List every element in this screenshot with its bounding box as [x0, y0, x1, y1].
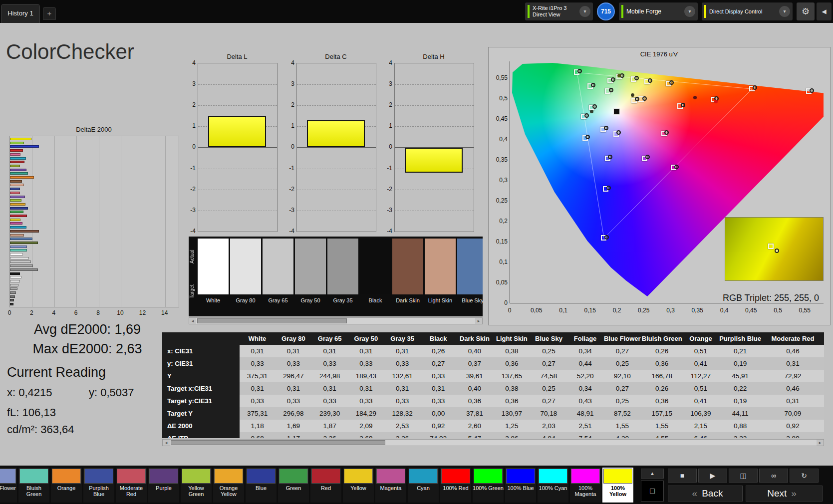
- reading-cdm2: cd/m²: 363,64: [7, 423, 74, 436]
- chevron-down-icon[interactable]: ▾: [684, 6, 695, 17]
- gridline: [198, 147, 277, 148]
- patch-swatch: [182, 469, 211, 484]
- table-cell: 130,97: [493, 407, 531, 420]
- patch-button-yellow-green[interactable]: Yellow Green: [181, 468, 212, 503]
- swatch-tile: Gray 50: [295, 239, 326, 314]
- patch-button-100-yellow[interactable]: 100% Yellow: [602, 468, 633, 503]
- patch-button-blue-flower[interactable]: Blue Flower: [0, 468, 17, 503]
- loop-button[interactable]: ↻: [790, 469, 819, 483]
- patch-data-table: WhiteGray 80Gray 65Gray 50Gray 35BlackDa…: [162, 332, 824, 438]
- patch-button-magenta[interactable]: Magenta: [375, 468, 406, 503]
- table-cell: 112,27: [683, 370, 719, 382]
- patch-list-up-button[interactable]: ▲: [641, 469, 664, 479]
- table-cell: 0,33: [384, 357, 421, 370]
- stop-button[interactable]: ■: [668, 469, 697, 483]
- patch-button-moderate-red[interactable]: Moderate Red: [116, 468, 147, 503]
- scroll-right-icon[interactable]: ▸: [817, 440, 824, 446]
- page-title: ColorChecker: [6, 40, 134, 64]
- deltae-bar: [10, 157, 26, 160]
- patch-button-100-blue[interactable]: 100% Blue: [505, 468, 536, 503]
- table-cell: 0,31: [762, 357, 824, 370]
- axis-tick-label: 2: [379, 101, 392, 108]
- patch-button-100-cyan[interactable]: 100% Cyan: [538, 468, 568, 503]
- scrollbar-thumb[interactable]: [171, 440, 385, 445]
- table-row-label: x: CIE31: [162, 345, 240, 357]
- patch-button-orange[interactable]: Orange: [51, 468, 82, 503]
- table-cell: 0,68: [240, 432, 276, 438]
- patch-button-yellow[interactable]: Yellow: [343, 468, 374, 503]
- tab-history-1[interactable]: History 1: [1, 4, 40, 23]
- meter-status-indicator: [528, 5, 530, 18]
- next-button[interactable]: Next»: [746, 486, 823, 502]
- axis-tick-label: 0: [500, 307, 520, 314]
- settings-button[interactable]: ⚙: [797, 2, 815, 20]
- meter-selector[interactable]: X-Rite i1Pro 3 Direct View ▾: [525, 2, 593, 20]
- deltae-bar: [10, 138, 31, 140]
- source-name: Mobile Forge: [626, 2, 661, 20]
- axis-tick-label: -1: [183, 165, 196, 172]
- table-scrollbar[interactable]: ◂ ▸: [162, 439, 824, 446]
- play-button[interactable]: ▶: [698, 469, 727, 483]
- continuous-mode-button[interactable]: ∞: [759, 469, 788, 483]
- deltae-bar: [10, 257, 29, 259]
- table-cell: 189,43: [348, 370, 384, 382]
- play-icon: ▶: [710, 472, 716, 480]
- display-control-selector[interactable]: Direct Display Control ▾: [702, 2, 793, 20]
- table-cell: 0,44: [567, 357, 603, 370]
- swatch-color: [230, 239, 261, 294]
- source-selector[interactable]: Mobile Forge ▾: [619, 2, 698, 20]
- patch-button-blue[interactable]: Blue: [246, 468, 277, 503]
- scrollbar-thumb[interactable]: [197, 318, 347, 323]
- patch-button-cyan[interactable]: Cyan: [408, 468, 439, 503]
- swatch-label: Black: [360, 297, 391, 303]
- cie-plot: [510, 61, 824, 303]
- patch-swatch: [214, 469, 243, 484]
- table-cell: 1,18: [240, 420, 276, 432]
- deltae-bar: [10, 192, 20, 194]
- pattern-preview-button[interactable]: □: [641, 481, 664, 502]
- axis-tick-label: 0,55: [795, 307, 815, 314]
- actual-label: Actual: [189, 240, 197, 273]
- cie-measured-marker: [753, 85, 757, 90]
- patch-button-purple[interactable]: Purple: [148, 468, 179, 503]
- scroll-left-icon[interactable]: ◂: [163, 440, 170, 446]
- table-cell: 70,18: [531, 407, 567, 420]
- chevron-down-icon[interactable]: ▾: [779, 6, 790, 17]
- patch-button-bluish-green[interactable]: Bluish Green: [18, 468, 49, 503]
- meter-mode: Direct View: [533, 11, 566, 18]
- patch-button-purplish-blue[interactable]: Purplish Blue: [83, 468, 114, 503]
- patch-label: Red: [310, 485, 341, 491]
- table-cell: 244,98: [311, 370, 348, 382]
- back-button[interactable]: «Back: [668, 486, 743, 502]
- axis-tick-label: 10: [115, 309, 125, 316]
- patch-button-100-green[interactable]: 100% Green: [473, 468, 504, 503]
- scroll-left-icon[interactable]: ◂: [189, 318, 196, 324]
- patch-button-100-magenta[interactable]: 100% Magenta: [570, 468, 601, 503]
- patch-button-green[interactable]: Green: [278, 468, 309, 503]
- deltae-bar: [10, 242, 38, 244]
- axis-tick-label: 0,25: [490, 197, 508, 204]
- patch-button-orange-yellow[interactable]: Orange Yellow: [213, 468, 244, 503]
- axis-tick-label: 0,2: [607, 307, 627, 314]
- reading-y: y: 0,5037: [89, 386, 134, 399]
- axis-tick-label: 2: [183, 101, 196, 108]
- pattern-window-button[interactable]: ◫: [729, 469, 758, 483]
- deltae-bar: [10, 246, 27, 248]
- table-cell: 74,58: [531, 370, 567, 382]
- source-status-indicator: [621, 5, 623, 18]
- collapse-panel-button[interactable]: ◀: [817, 2, 832, 20]
- table-row-label: Target y:CIE31: [162, 395, 240, 407]
- scroll-right-icon[interactable]: ▸: [475, 318, 482, 324]
- table-cell: 2,69: [348, 432, 384, 438]
- chevron-down-icon[interactable]: ▾: [579, 6, 590, 17]
- table-cell: 0,27: [531, 357, 567, 370]
- table-cell: 5,47: [456, 432, 493, 438]
- axis-tick-label: 0,15: [490, 238, 508, 245]
- add-tab-button[interactable]: +: [43, 7, 56, 20]
- patch-button-red[interactable]: Red: [310, 468, 341, 503]
- delta-l-chart: Delta L 43210-1-2-3-4: [183, 53, 278, 243]
- swatch-scrollbar[interactable]: ◂ ▸: [189, 317, 483, 324]
- patch-button-100-red[interactable]: 100% Red: [440, 468, 471, 503]
- gridline: [198, 190, 277, 190]
- table-row-label: y: CIE31: [162, 357, 240, 370]
